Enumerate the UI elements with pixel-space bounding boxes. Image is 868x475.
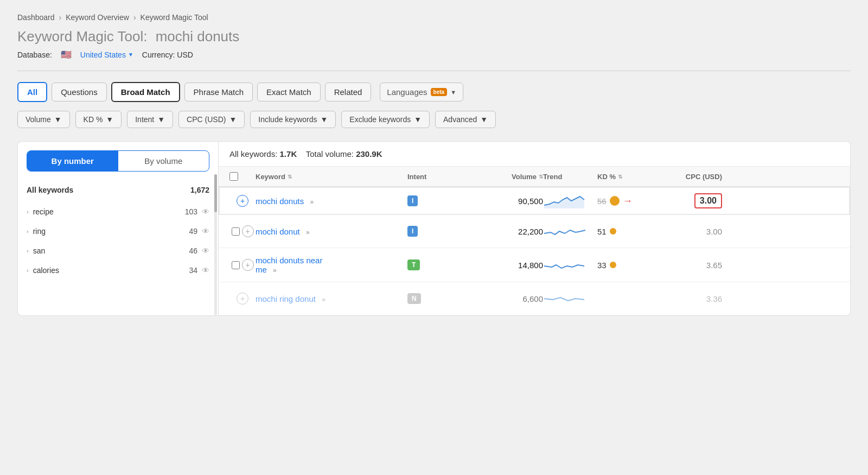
row2-trend xyxy=(543,223,597,240)
row1-keyword-cell: mochi donuts » xyxy=(256,197,407,206)
row2-keyword-link[interactable]: mochi donut xyxy=(256,227,300,236)
filter-cpc[interactable]: CPC (USD) ▼ xyxy=(178,111,245,128)
kd-chevron-icon: ▼ xyxy=(106,115,113,124)
row3-cpc: 3.65 xyxy=(652,261,722,270)
chevron-right-icon-ring: › xyxy=(27,228,29,235)
beta-badge: beta xyxy=(431,88,448,96)
filter-intent[interactable]: Intent ▼ xyxy=(127,111,173,128)
row4-intent-badge: N xyxy=(407,293,421,304)
row2-keyword-cell: mochi donut » xyxy=(256,227,407,236)
scrollbar-track xyxy=(214,174,217,315)
stats-all-keywords: All keywords: 1.7K Total volume: 230.9K xyxy=(229,149,382,159)
select-all-checkbox[interactable] xyxy=(229,172,238,181)
row4-cpc: 3.36 xyxy=(652,294,722,303)
breadcrumb-sep-2: › xyxy=(133,13,136,22)
row1-volume: 90,500 xyxy=(456,197,543,206)
row3-keyword-link[interactable]: mochi donuts nearme xyxy=(256,256,322,274)
row2-kd: 51 xyxy=(597,227,652,236)
tab-related[interactable]: Related xyxy=(325,83,372,102)
row1-cpc-value: 3.00 xyxy=(694,193,722,208)
breadcrumb-dashboard[interactable]: Dashboard xyxy=(17,13,55,22)
col-kd[interactable]: KD % ⇅ xyxy=(597,173,652,181)
sidebar-all-row: All keywords 1,672 xyxy=(18,180,218,202)
by-volume-button[interactable]: By volume xyxy=(118,151,209,171)
chevron-right-icon-san: › xyxy=(27,248,29,254)
row2-add-icon[interactable]: + xyxy=(242,225,254,237)
row4-double-arrow-icon: » xyxy=(320,296,326,303)
row3-kd-dot xyxy=(610,262,616,268)
row1-intent-badge: I xyxy=(407,195,418,206)
filters-row: Volume ▼ KD % ▼ Intent ▼ CPC (USD) ▼ Inc… xyxy=(17,111,851,128)
tab-languages[interactable]: Languages beta ▼ xyxy=(380,83,463,102)
sidebar-san-count: 46 xyxy=(189,246,197,255)
row1-cpc: 3.00 xyxy=(652,193,722,208)
breadcrumb-keyword-overview[interactable]: Keyword Overview xyxy=(66,13,129,22)
sidebar-calories-label: calories xyxy=(33,266,59,275)
row1-keyword-link[interactable]: mochi donuts xyxy=(256,197,304,206)
filter-exclude-keywords[interactable]: Exclude keywords ▼ xyxy=(341,111,430,128)
col-volume[interactable]: Volume ⇅ xyxy=(456,173,543,181)
kd-sort-icon: ⇅ xyxy=(618,174,622,180)
row3-intent-badge: T xyxy=(407,259,420,270)
sidebar-calories-count: 34 xyxy=(189,266,197,275)
filter-volume[interactable]: Volume ▼ xyxy=(17,111,70,128)
row3-keyword-cell: mochi donuts nearme » xyxy=(256,256,407,274)
volume-chevron-icon: ▼ xyxy=(54,115,62,124)
content-area: By number By volume All keywords 1,672 ›… xyxy=(17,141,851,316)
row4-keyword-link[interactable]: mochi ring donut xyxy=(256,294,316,303)
eye-icon-calories[interactable]: 👁 xyxy=(202,266,209,275)
table-header-stats: All keywords: 1.7K Total volume: 230.9K xyxy=(219,142,850,167)
eye-icon-san[interactable]: 👁 xyxy=(202,246,209,255)
col-checkbox xyxy=(229,172,256,181)
table-row-mochi-donuts-near-me: + mochi donuts nearme » T 14,800 33 xyxy=(219,248,850,282)
sidebar-item-ring[interactable]: › ring 49 👁 xyxy=(18,221,218,241)
breadcrumb-keyword-magic-tool: Keyword Magic Tool xyxy=(141,13,208,22)
sidebar-san-label: san xyxy=(33,246,46,255)
tab-phrase-match[interactable]: Phrase Match xyxy=(184,83,253,102)
sidebar-item-calories[interactable]: › calories 34 👁 xyxy=(18,261,218,280)
row4-add-icon[interactable]: + xyxy=(237,293,248,305)
row3-add-icon[interactable]: + xyxy=(242,259,254,271)
languages-label: Languages xyxy=(387,87,427,97)
row4-checkbox-cell: + xyxy=(229,293,256,305)
row4-trend xyxy=(543,290,597,307)
row2-checkbox-cell: + xyxy=(229,225,256,237)
subtitle-row: Database: 🇺🇸 United States ▼ Currency: U… xyxy=(17,49,851,60)
scrollbar-thumb[interactable] xyxy=(214,174,217,212)
filter-include-keywords[interactable]: Include keywords ▼ xyxy=(250,111,336,128)
tab-all[interactable]: All xyxy=(17,82,47,102)
sidebar-ring-label: ring xyxy=(33,227,46,236)
row1-kd: 56 → xyxy=(597,195,652,207)
row3-intent-cell: T xyxy=(407,259,456,270)
sidebar-all-count: 1,672 xyxy=(190,186,209,194)
eye-icon-ring[interactable]: 👁 xyxy=(202,227,209,236)
sidebar-item-recipe[interactable]: › recipe 103 👁 xyxy=(18,202,218,221)
row1-add-icon[interactable]: + xyxy=(237,195,248,207)
row1-trend xyxy=(543,192,597,210)
database-link[interactable]: United States ▼ xyxy=(80,50,133,59)
row1-kd-strike: 56 xyxy=(597,197,607,206)
col-cpc[interactable]: CPC (USD) xyxy=(652,173,722,181)
sidebar-item-san[interactable]: › san 46 👁 xyxy=(18,241,218,261)
row2-checkbox[interactable] xyxy=(232,227,240,236)
col-trend: Trend xyxy=(543,173,597,181)
eye-icon-recipe[interactable]: 👁 xyxy=(202,207,209,216)
row2-intent-cell: I xyxy=(407,226,456,237)
row3-trend xyxy=(543,256,597,274)
table-row-mochi-donut: + mochi donut » I 22,200 51 xyxy=(219,215,850,248)
filter-kd[interactable]: KD % ▼ xyxy=(75,111,122,128)
row1-arrow-right-icon: → xyxy=(623,195,633,207)
col-intent[interactable]: Intent xyxy=(407,173,456,181)
sidebar-ring-count: 49 xyxy=(189,227,197,236)
row2-double-arrow-icon: » xyxy=(304,229,310,236)
tab-broad-match[interactable]: Broad Match xyxy=(111,82,180,102)
by-number-button[interactable]: By number xyxy=(27,151,118,171)
col-keyword[interactable]: Keyword ⇅ xyxy=(256,173,407,181)
table-row-mochi-ring-donut: + mochi ring donut » N 6,600 xyxy=(219,282,850,315)
tab-questions[interactable]: Questions xyxy=(52,83,107,102)
table-area: All keywords: 1.7K Total volume: 230.9K … xyxy=(218,141,851,316)
row1-checkbox-cell: + xyxy=(229,195,256,207)
filter-advanced[interactable]: Advanced ▼ xyxy=(435,111,496,128)
tab-exact-match[interactable]: Exact Match xyxy=(257,83,321,102)
row3-checkbox[interactable] xyxy=(232,261,240,269)
